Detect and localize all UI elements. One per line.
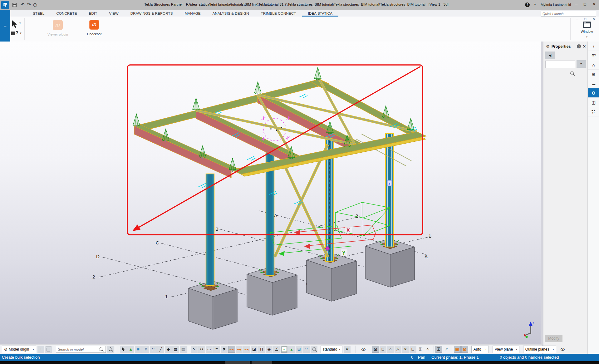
trim-button[interactable]: ✂ xyxy=(198,346,205,353)
snap-extension-button[interactable]: ⋈ xyxy=(417,346,424,353)
delete-point-button[interactable] xyxy=(45,346,52,353)
standard-dropdown[interactable]: standard ▾ xyxy=(321,346,342,353)
properties-back-button[interactable]: ◀ xyxy=(545,52,555,59)
model-viewport[interactable]: C D 2 1 B A 2 1 A B C D xyxy=(0,42,541,344)
tab-analysis-design[interactable]: ANALYSIS & DESIGN xyxy=(207,10,255,17)
plane-visibility-button[interactable]: ⊙ xyxy=(559,346,566,353)
view-restore-icon[interactable]: □ xyxy=(584,17,586,21)
fit-window-button[interactable]: ▭ xyxy=(206,346,213,353)
profile-button[interactable]: Π xyxy=(258,346,265,353)
pane-tab-components[interactable]: ◫ xyxy=(588,98,599,107)
snap-center-point-button[interactable]: ○ xyxy=(387,346,394,353)
select-points-button[interactable]: ∷ xyxy=(150,346,157,353)
tab-view[interactable]: VIEW xyxy=(103,10,125,17)
snap-settings-button[interactable]: ❄ xyxy=(344,346,351,353)
pane-tab-online[interactable]: ⊕ xyxy=(588,70,599,79)
select-components-button[interactable]: ▲ xyxy=(127,346,134,353)
grid-blue-2-button[interactable]: ∷ xyxy=(303,346,310,353)
properties-help-icon[interactable]: ? xyxy=(577,44,581,48)
window-button[interactable]: Window ▾ xyxy=(577,22,596,39)
select-lines-button[interactable]: ╱ xyxy=(157,346,164,353)
viewer-plugin-button[interactable]: ID Viewer plugin xyxy=(45,20,70,36)
tab-drawings-reports[interactable]: DRAWINGS & REPORTS xyxy=(125,10,179,17)
minimize-button[interactable]: – xyxy=(575,2,577,7)
auto-dropdown[interactable]: Auto ▾ xyxy=(471,346,489,353)
snap-free-button[interactable]: ⊠ xyxy=(372,346,379,353)
history-icon[interactable]: ◷ xyxy=(33,2,37,7)
concrete-footings[interactable] xyxy=(188,239,415,329)
properties-search-input[interactable] xyxy=(545,61,575,68)
flag-button[interactable]: ⚑ xyxy=(221,346,228,353)
snap-endpoint-button[interactable]: □ xyxy=(380,346,386,353)
component-select-1-button[interactable]: ⌐¬ xyxy=(228,346,235,353)
tab-idea-statica[interactable]: IDEA STATICA xyxy=(302,10,339,17)
grid-view-dark-button[interactable]: ▦ xyxy=(172,346,179,353)
pane-tab-learning[interactable]: ∩ xyxy=(588,60,599,70)
save-icon[interactable] xyxy=(12,3,17,7)
modify-button[interactable]: Modify xyxy=(545,335,562,342)
inquire-icon[interactable] xyxy=(11,32,15,35)
component-select-3-button[interactable]: ⌐¬ xyxy=(243,346,250,353)
outline-planes-dropdown[interactable]: Outline planes ▾ xyxy=(523,346,556,353)
snap-midpoint-button[interactable]: △ xyxy=(395,346,401,353)
render-view-button[interactable]: ▲ xyxy=(281,346,287,353)
snap-intersection-button[interactable]: ✕ xyxy=(402,346,409,353)
tab-manage[interactable]: MANAGE xyxy=(179,10,207,17)
snap-direction-button[interactable]: ↗ xyxy=(443,346,450,353)
component-select-2-button[interactable]: ⌐¬ xyxy=(236,346,243,353)
align-button[interactable]: ≡ xyxy=(213,346,220,353)
snap-geometry-line-button[interactable]: ⊠ xyxy=(461,346,468,353)
pane-tab-support[interactable]: ⚙? xyxy=(588,51,599,60)
properties-close-icon[interactable]: ✕ xyxy=(583,44,586,49)
properties-menu-button[interactable]: ≡ xyxy=(577,60,586,68)
visibility-button[interactable]: ⊙ xyxy=(360,346,367,353)
layers-button[interactable]: ◈ xyxy=(266,346,272,353)
pane-tab-cloud[interactable]: ☁ xyxy=(588,79,599,88)
roof-frame[interactable] xyxy=(134,79,426,178)
snap-reference-line-button[interactable]: ▣ xyxy=(454,346,461,353)
file-menu-strip[interactable]: ≡ xyxy=(0,10,10,42)
redo-icon[interactable]: ↷ xyxy=(27,2,31,7)
status-phase[interactable]: Current phase: 1, Phase 1 xyxy=(431,355,479,360)
select-surfaces-button[interactable]: ■ xyxy=(135,346,142,353)
select-cursor-icon[interactable] xyxy=(11,20,18,28)
inquire-caret-icon[interactable]: ▾ xyxy=(20,32,22,35)
tab-edit[interactable]: EDIT xyxy=(83,10,103,17)
search-in-model-input[interactable] xyxy=(56,346,106,353)
grid-blue-1-button[interactable]: ⊞ xyxy=(296,346,302,353)
snap-nearest-button[interactable]: ∿ xyxy=(425,346,431,353)
select-cursor-button[interactable] xyxy=(120,346,127,353)
render-points-button[interactable]: ▲ xyxy=(288,346,295,353)
pane-tab-shapes[interactable]: ■▲ ●+ xyxy=(588,107,599,116)
select-search-button[interactable] xyxy=(107,346,114,353)
view-plane-dropdown[interactable]: View plane ▾ xyxy=(493,346,519,353)
snap-any-position-button[interactable]: ⋈ xyxy=(435,346,442,353)
fill-polygon-button[interactable]: ◪ xyxy=(251,346,258,353)
zoom-tool-button[interactable] xyxy=(311,346,317,353)
smart-select-button[interactable]: ↖ xyxy=(191,346,198,353)
stopwatch-icon[interactable]: ◔ xyxy=(533,2,536,7)
quick-launch-input[interactable] xyxy=(541,11,596,17)
cursor-caret-icon[interactable]: ▾ xyxy=(19,22,21,25)
snap-perpendicular-button[interactable]: ∟ xyxy=(410,346,416,353)
user-name[interactable]: Mykola Lastovetski xyxy=(541,3,571,7)
model-canvas[interactable]: C D 2 1 B A 2 1 A B C D xyxy=(0,42,541,344)
add-point-button[interactable]: + xyxy=(37,346,44,353)
maximize-button[interactable]: □ xyxy=(584,2,586,6)
view-minimize-icon[interactable]: – xyxy=(576,17,578,21)
tab-concrete[interactable]: CONCRETE xyxy=(50,10,83,17)
tab-steel[interactable]: STEEL xyxy=(27,10,50,17)
close-button[interactable]: ✕ xyxy=(592,2,596,6)
tab-trimble-connect[interactable]: TRIMBLE CONNECT xyxy=(255,10,302,17)
measure-angle-button[interactable]: ∠ xyxy=(273,346,280,353)
select-grids-button[interactable]: # xyxy=(142,346,149,353)
grid-view-light-button[interactable]: ▦ xyxy=(180,346,187,353)
expand-pane-button[interactable]: › xyxy=(588,42,599,51)
model-origin-dropdown[interactable]: ⊖ Model origin ▾ xyxy=(2,346,36,353)
select-solids-button[interactable]: ◆ xyxy=(165,346,172,353)
checkbot-button[interactable]: ID Checkbot xyxy=(82,20,107,36)
view-close-icon[interactable]: ✕ xyxy=(592,17,595,21)
pane-tab-properties[interactable]: ⚙ xyxy=(588,88,599,98)
undo-icon[interactable]: ↶ xyxy=(21,2,25,7)
help-icon[interactable]: ? xyxy=(525,2,530,7)
